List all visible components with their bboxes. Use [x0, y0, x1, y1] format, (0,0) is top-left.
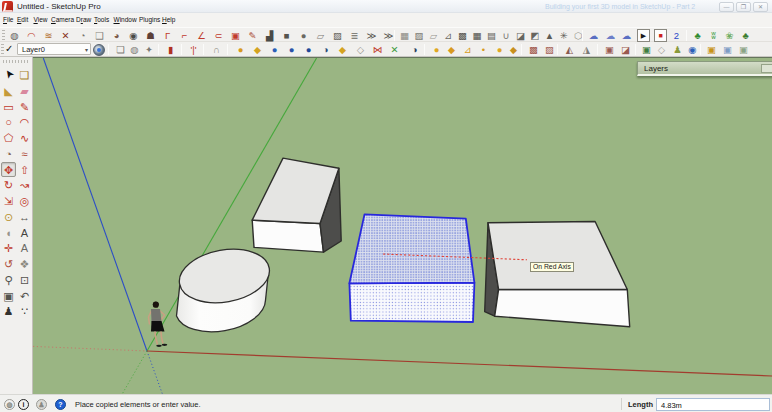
curved-wall-icon[interactable]: ∪ — [500, 29, 513, 42]
gold-dot-icon[interactable]: ● — [430, 43, 443, 56]
spiral-icon[interactable]: ✳ — [558, 29, 571, 42]
small-parallelogram-icon[interactable]: ▱ — [427, 29, 440, 42]
menu-item[interactable]: Window — [114, 16, 137, 23]
globe-icon[interactable]: ● — [302, 43, 315, 56]
menu-item[interactable]: Help — [162, 16, 175, 23]
minimize-button[interactable]: — — [719, 2, 734, 12]
layer-dropdown[interactable]: Layer0 ▾ — [17, 43, 91, 55]
pan-tool[interactable]: ❖ — [17, 256, 32, 271]
menu-item[interactable]: View — [34, 16, 48, 23]
selected-box-shape[interactable] — [349, 214, 474, 322]
maximize-button[interactable]: ❐ — [736, 2, 751, 12]
axes-tool[interactable]: ✛ — [1, 240, 16, 255]
flower-icon[interactable]: ❀ — [723, 29, 736, 42]
toolbar-gripper[interactable] — [1, 44, 4, 55]
cloud-upload-icon[interactable]: ☁ — [587, 29, 600, 42]
layers-panel[interactable]: Layers — [637, 61, 772, 76]
terrain-contour-icon[interactable]: ≋ — [42, 29, 55, 42]
box-edge-icon[interactable]: ▨ — [331, 29, 344, 42]
close-button[interactable]: ✕ — [753, 2, 768, 12]
cloud-ext-icon[interactable]: ☁ — [620, 29, 633, 42]
bezier-tool[interactable]: ≈ — [17, 146, 32, 161]
bush-icon[interactable]: ♣ — [739, 29, 752, 42]
tile-red-slash-icon[interactable]: ◪ — [619, 43, 632, 56]
palette-gripper[interactable] — [3, 60, 30, 63]
gold-ball-icon[interactable]: ● — [493, 43, 506, 56]
pie-tool[interactable]: ◔ — [1, 146, 16, 161]
eraser-tool[interactable]: ▰ — [17, 83, 32, 98]
menu-item[interactable]: Tools — [94, 16, 109, 23]
grass-icon[interactable]: ʬ — [707, 29, 720, 42]
push-pull-tool[interactable]: ⇧ — [17, 162, 32, 177]
polygon-tool[interactable]: ⬠ — [1, 130, 16, 145]
white-diamond-icon[interactable]: ◇ — [354, 43, 367, 56]
gold-cube-icon[interactable]: ▣ — [705, 43, 718, 56]
star-burst-icon[interactable]: ✦ — [143, 43, 156, 56]
triangle-stack-icon[interactable]: ▲ — [543, 29, 556, 42]
chevron-icon[interactable]: ≫ — [365, 29, 378, 42]
picture-window-icon[interactable]: ▣ — [640, 43, 653, 56]
eye-icon[interactable]: ◉ — [127, 29, 140, 42]
pause-ball-icon[interactable]: ◑ — [408, 43, 421, 56]
drawing-canvas[interactable]: Layers On Red Axis — [33, 57, 772, 394]
red-marks-icon[interactable]: '|' — [187, 43, 200, 56]
play-box-icon[interactable]: ▶ — [637, 29, 650, 42]
layer-stack-icon[interactable]: ≣ — [348, 29, 361, 42]
globe-stand-icon[interactable]: ◉ — [686, 43, 699, 56]
person-figure[interactable] — [149, 302, 168, 347]
make-component-tool[interactable]: ❏ — [17, 67, 32, 82]
hatch-red-corners-icon[interactable]: ▩ — [527, 43, 540, 56]
curve-edit-icon[interactable]: ◍ — [8, 29, 21, 42]
menu-item[interactable]: Camera — [51, 16, 74, 23]
text-tool[interactable]: A — [17, 225, 32, 240]
layer-manager-icon[interactable] — [93, 44, 105, 56]
stamp-label-icon[interactable]: ▣ — [229, 29, 242, 42]
3d-text-tool[interactable]: A — [17, 240, 32, 255]
paint-bucket-tool[interactable]: ◣ — [1, 83, 16, 98]
move-tool[interactable]: ✥ — [1, 162, 16, 177]
dark-ball-icon[interactable]: ◑ — [319, 43, 332, 56]
dark-sphere-icon[interactable]: ● — [297, 29, 310, 42]
layers-panel-close-button[interactable] — [761, 64, 772, 73]
box-shape[interactable] — [252, 158, 341, 252]
component-add-icon[interactable]: ❏ — [114, 43, 127, 56]
sphere-add-icon[interactable]: ◍ — [128, 43, 141, 56]
arch-icon[interactable]: ∩ — [210, 43, 223, 56]
measurements-input[interactable]: 4.83m — [656, 398, 770, 411]
shell-outline-icon[interactable]: ◔ — [76, 29, 89, 42]
pyramid-arrow-icon[interactable]: ◭ — [563, 43, 576, 56]
gold-cone-icon[interactable]: ◆ — [507, 43, 520, 56]
red-bowtie-icon[interactable]: ⋈ — [371, 43, 384, 56]
gold-ball-icon[interactable]: ● — [234, 43, 247, 56]
corner-fillet-icon[interactable]: Γ — [161, 29, 174, 42]
orbit-tool[interactable]: ↺ — [1, 256, 16, 271]
gold-top-icon[interactable]: ◆ — [445, 43, 458, 56]
geolocation-icon[interactable]: ◍ — [4, 399, 15, 410]
gold-flag-icon[interactable]: ⊿ — [461, 43, 474, 56]
toolbar-gripper[interactable] — [2, 30, 5, 41]
hatch-angle-icon[interactable]: ◩ — [529, 29, 542, 42]
scale-tool[interactable]: ⇲ — [1, 193, 16, 208]
bars-chart-icon[interactable]: ▟ — [263, 29, 276, 42]
crescent-icon[interactable]: ⊂ — [212, 29, 225, 42]
tape-measure-tool[interactable]: ⊙ — [1, 209, 16, 224]
statue-icon[interactable]: ♟ — [671, 43, 684, 56]
freehand-tool[interactable]: ∿ — [17, 130, 32, 145]
blue-cube-icon[interactable]: ▣ — [721, 43, 734, 56]
arc-tool[interactable]: ◠ — [17, 114, 32, 129]
zoom-window-tool[interactable]: ⊡ — [17, 272, 32, 287]
hexagon-icon[interactable]: ⬡ — [572, 29, 585, 42]
box-shape[interactable] — [485, 222, 630, 327]
pen-drop-icon[interactable]: ✎ — [246, 29, 259, 42]
gold-diamond-icon[interactable]: ◆ — [251, 43, 264, 56]
angle-arrow-icon[interactable]: ∠ — [195, 29, 208, 42]
globe-icon[interactable]: ● — [285, 43, 298, 56]
position-camera-tool[interactable]: ♟ — [1, 303, 16, 318]
checker-square-icon[interactable]: ▦ — [471, 29, 484, 42]
green-x-icon[interactable]: ✕ — [388, 43, 401, 56]
dark-cube-icon[interactable]: ■ — [280, 29, 293, 42]
cloud-xyz-icon[interactable]: ☁ — [604, 29, 617, 42]
dimension-tool[interactable]: ↔ — [17, 209, 32, 224]
cylinder-shape[interactable] — [175, 242, 274, 331]
menu-item[interactable]: File — [3, 16, 14, 23]
